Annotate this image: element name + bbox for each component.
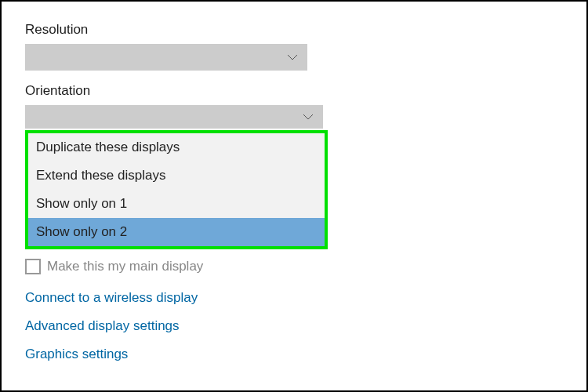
multiple-displays-options: Duplicate these displays Extend these di… (25, 130, 328, 249)
main-display-checkbox-row: Make this my main display (25, 259, 563, 274)
main-display-checkbox[interactable] (25, 259, 41, 274)
option-show-only-2[interactable]: Show only on 2 (28, 218, 325, 246)
graphics-settings-link[interactable]: Graphics settings (25, 347, 563, 362)
option-show-only-1[interactable]: Show only on 1 (28, 190, 325, 218)
advanced-display-settings-link[interactable]: Advanced display settings (25, 318, 563, 334)
connect-wireless-display-link[interactable]: Connect to a wireless display (25, 290, 563, 306)
chevron-down-icon (287, 54, 298, 60)
orientation-dropdown[interactable] (25, 105, 323, 129)
main-display-checkbox-label: Make this my main display (47, 259, 203, 274)
chevron-down-icon (303, 114, 314, 120)
resolution-dropdown[interactable] (25, 44, 307, 71)
orientation-label: Orientation (25, 83, 563, 99)
resolution-label: Resolution (25, 22, 563, 38)
option-duplicate-displays[interactable]: Duplicate these displays (28, 133, 325, 162)
option-extend-displays[interactable]: Extend these displays (28, 162, 325, 190)
